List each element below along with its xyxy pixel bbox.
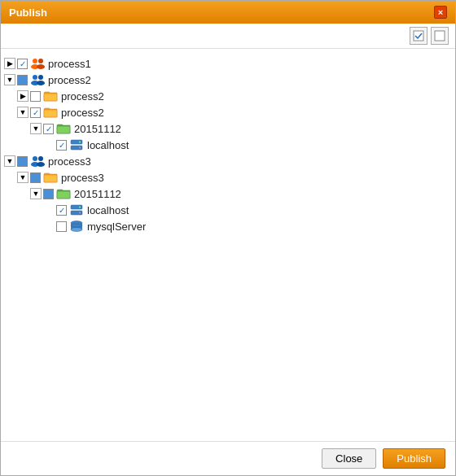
title-bar: Publish × [1, 1, 455, 24]
svg-point-16 [79, 147, 81, 149]
expander-process3[interactable]: ▼ [4, 155, 15, 167]
publish-dialog: Publish × ▶ [0, 0, 456, 476]
item-label: process2 [61, 90, 104, 103]
svg-point-5 [37, 64, 45, 69]
checkbox-p3-sub1[interactable] [30, 172, 41, 183]
expander-p2-sub2[interactable]: ▼ [17, 107, 28, 118]
deselect-all-button[interactable] [431, 27, 449, 45]
footer: Close Publish [1, 442, 455, 475]
dialog-title: Publish [9, 7, 47, 19]
svg-rect-1 [435, 31, 445, 41]
item-label: mysqlServer [87, 221, 146, 233]
svg-point-29 [71, 228, 82, 232]
folder-icon [42, 90, 59, 103]
svg-rect-11 [44, 110, 57, 117]
close-button[interactable]: Close [322, 448, 376, 469]
item-label: 20151112 [74, 188, 121, 200]
tree-row: ▼ process3 [4, 153, 452, 169]
process-icon [29, 155, 46, 168]
tree-row: localhost [4, 202, 452, 218]
svg-point-17 [33, 156, 37, 161]
process-icon [29, 57, 46, 70]
checkbox-p2-date[interactable] [43, 124, 54, 134]
svg-rect-10 [44, 94, 57, 101]
process-icon [29, 73, 46, 86]
expander-p2-date[interactable]: ▼ [30, 123, 42, 134]
item-label: process3 [48, 155, 91, 168]
svg-point-26 [79, 212, 81, 214]
checkbox-p2-localhost[interactable] [56, 140, 67, 151]
checkbox-process2[interactable] [17, 75, 28, 85]
publish-button[interactable]: Publish [383, 448, 445, 469]
item-label: process3 [61, 172, 104, 184]
checkbox-p3-localhost[interactable] [56, 205, 67, 216]
svg-point-9 [37, 81, 45, 85]
item-label: process2 [61, 107, 104, 119]
checkbox-p2-sub1[interactable] [30, 91, 41, 102]
checkbox-p3-date[interactable] [43, 189, 54, 199]
svg-rect-22 [57, 191, 70, 199]
tree-row: ▼ process3 [4, 169, 452, 186]
expander-p2-sub1[interactable]: ▶ [17, 90, 28, 102]
tree-row: ▶ process2 [4, 88, 452, 104]
server-icon [68, 203, 85, 216]
tree-row: localhost [4, 137, 452, 153]
item-label: process1 [48, 58, 91, 70]
tree-row: ▼ process2 [4, 104, 452, 120]
svg-point-4 [38, 59, 43, 63]
close-icon[interactable]: × [434, 6, 447, 19]
server-icon [68, 138, 85, 151]
checkbox-process3[interactable] [17, 156, 28, 167]
checkbox-p3-mysql[interactable] [56, 221, 67, 232]
db-icon [68, 220, 85, 233]
tree-content: ▶ process1 ▼ [1, 49, 455, 442]
folder-icon [55, 187, 72, 200]
checkbox-process1[interactable] [17, 59, 28, 69]
svg-point-6 [33, 75, 37, 80]
item-label: 20151112 [74, 123, 121, 135]
tree-row: mysqlServer [4, 218, 452, 234]
svg-point-20 [37, 162, 45, 167]
folder-icon [55, 122, 72, 135]
item-label: localhost [87, 139, 129, 151]
svg-point-19 [38, 156, 43, 161]
svg-rect-12 [57, 126, 70, 133]
svg-point-8 [38, 75, 43, 80]
expander-process1[interactable]: ▶ [4, 58, 15, 69]
svg-point-15 [79, 142, 81, 143]
tree-row: ▶ process1 [4, 55, 452, 72]
folder-icon [42, 171, 59, 184]
expander-p3-sub1[interactable]: ▼ [17, 172, 28, 183]
expander-process2[interactable]: ▼ [4, 74, 15, 85]
svg-rect-0 [414, 31, 423, 41]
expander-p3-date[interactable]: ▼ [30, 188, 42, 199]
folder-icon [42, 106, 59, 119]
item-label: localhost [87, 204, 129, 216]
svg-point-2 [33, 59, 37, 63]
tree-row: ▼ 20151112 [4, 186, 452, 202]
tree-row: ▼ process2 [4, 72, 452, 88]
checkbox-p2-sub2[interactable] [30, 107, 41, 118]
select-all-button[interactable] [410, 27, 428, 45]
svg-rect-21 [44, 175, 57, 182]
item-label: process2 [48, 74, 91, 86]
toolbar [1, 24, 455, 49]
svg-point-25 [79, 207, 81, 208]
tree-row: ▼ 20151112 [4, 120, 452, 137]
